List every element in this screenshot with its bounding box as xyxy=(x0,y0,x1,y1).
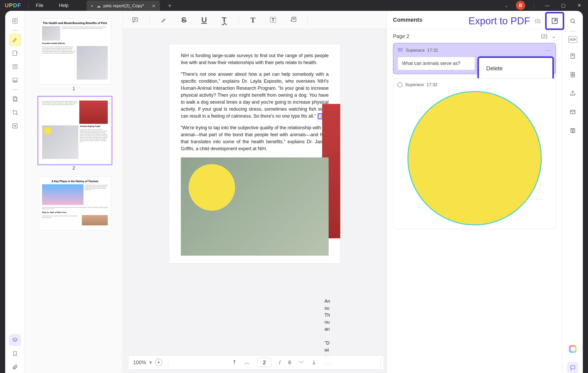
maximize-button[interactable]: ▢ xyxy=(559,3,567,8)
export-button-highlight[interactable] xyxy=(545,12,564,30)
svg-rect-13 xyxy=(133,18,138,21)
chevron-down-icon[interactable]: ⌄ xyxy=(552,33,556,39)
comment-more-icon[interactable]: ⋯ xyxy=(546,47,551,54)
reader-mode-icon[interactable] xyxy=(9,15,21,27)
cloud-icon: ☁ xyxy=(97,4,101,9)
left-tool-rail xyxy=(5,11,25,373)
menu-file[interactable]: File xyxy=(36,3,43,8)
thumb-label: 2 xyxy=(39,165,109,171)
menu-help[interactable]: Help xyxy=(59,3,68,8)
svg-rect-28 xyxy=(572,74,574,76)
page-image xyxy=(181,157,329,256)
paragraph: “We're trying to tap into the subjective… xyxy=(181,124,329,152)
comment-card[interactable]: Superace 17:31 ⋯ What can animals serve … xyxy=(393,43,556,74)
tab-chevron-icon[interactable]: ▾ xyxy=(91,4,93,8)
attachment-icon[interactable] xyxy=(9,361,21,373)
page-input[interactable] xyxy=(257,358,271,367)
annotation-shape-circle[interactable] xyxy=(189,164,235,211)
comment-author: Superace xyxy=(406,48,425,53)
divider xyxy=(380,359,381,366)
bookmark-icon[interactable] xyxy=(9,348,21,360)
delete-menu-item[interactable]: Delete xyxy=(477,56,554,81)
divider xyxy=(12,89,18,90)
divider xyxy=(28,2,29,9)
thumbnail-page-2[interactable]: Lorem ipsum dolor sit amet consectetur a… xyxy=(39,97,111,164)
export-callout: Export to PDF(2) xyxy=(468,12,564,30)
redact-icon[interactable] xyxy=(9,120,21,132)
layers-icon[interactable] xyxy=(9,334,21,346)
chat-icon[interactable] xyxy=(567,362,578,373)
user-avatar[interactable]: B xyxy=(516,1,525,10)
app-logo: UPDF xyxy=(5,2,21,9)
comments-page-label[interactable]: Page 2 xyxy=(393,33,409,39)
zoom-in-icon[interactable]: + xyxy=(155,359,162,366)
squiggly-icon[interactable]: T xyxy=(220,16,229,24)
search-icon[interactable] xyxy=(567,16,578,26)
divider xyxy=(168,359,168,366)
new-tab-button[interactable]: ＋ xyxy=(167,1,173,10)
svg-rect-27 xyxy=(571,72,575,77)
thumb-label: 1 xyxy=(39,86,109,92)
text-tool-icon[interactable]: T xyxy=(249,16,257,24)
page-thumbnails: The Health and Mood-Boosting Benefits of… xyxy=(25,11,123,373)
divider xyxy=(12,30,18,31)
strikethrough-icon[interactable]: S xyxy=(180,16,188,24)
thumb-title: The Health and Mood-Boosting Benefits of… xyxy=(42,21,108,25)
paragraph: “There's not one answer about how a pet … xyxy=(181,71,329,120)
ocr-icon[interactable]: OCR xyxy=(568,36,577,43)
edit-text-icon[interactable] xyxy=(9,47,21,59)
highlighter-icon[interactable] xyxy=(9,34,21,46)
ai-icon[interactable] xyxy=(567,344,578,354)
callout-tool-icon[interactable] xyxy=(289,16,298,24)
organize-pages-icon[interactable] xyxy=(9,61,21,73)
divider xyxy=(570,31,576,32)
protect-icon[interactable] xyxy=(567,69,578,80)
underline-icon[interactable]: U xyxy=(200,16,208,24)
thumb-subtitle: Why to Take a Plant Tour xyxy=(42,211,108,214)
comment-text[interactable]: What can animals serve as? xyxy=(398,57,475,70)
svg-rect-9 xyxy=(14,81,16,82)
textbox-tool-icon[interactable]: T xyxy=(269,16,277,24)
first-page-icon[interactable]: ⤒ xyxy=(232,359,237,366)
page-nav-bar: 100% ▾ + ⤒ ︿ / 6 ﹀ ⤓ xyxy=(128,355,384,369)
minimize-button[interactable]: — xyxy=(543,3,551,8)
tabs-dropdown-icon[interactable]: ⌄ xyxy=(505,3,508,8)
next-page-icon[interactable]: ﹀ xyxy=(299,359,304,366)
divider xyxy=(307,16,308,24)
comment-tool-icon[interactable] xyxy=(131,16,140,24)
highlight-tool-icon[interactable] xyxy=(159,16,168,24)
form-icon[interactable] xyxy=(9,74,21,86)
zoom-value[interactable]: 100% xyxy=(133,360,146,366)
shape-icon xyxy=(397,82,403,87)
comment-time: 17:31 xyxy=(427,48,438,53)
note-icon xyxy=(398,48,403,53)
crop-icon[interactable] xyxy=(9,106,21,118)
thumb-subtitle: Possible Health Effects xyxy=(42,42,108,44)
copy-pages-icon[interactable] xyxy=(9,93,21,105)
comment-time: 17:32 xyxy=(427,82,438,87)
close-window-button[interactable]: ✕ xyxy=(575,3,583,8)
thumb-subtitle: Animals Helping People xyxy=(80,125,108,127)
comment-author: Superace xyxy=(405,82,424,87)
page-separator: / xyxy=(279,360,281,366)
prev-page-icon[interactable]: ︿ xyxy=(244,359,250,366)
save-icon[interactable] xyxy=(567,125,578,136)
convert-icon[interactable] xyxy=(567,51,578,62)
svg-rect-5 xyxy=(13,65,17,69)
thumbnail-page-1[interactable]: The Health and Mood-Boosting Benefits of… xyxy=(39,18,111,85)
document-tab[interactable]: ▾ ☁ pets report(2)_Copy* ✕ xyxy=(87,1,160,11)
thumbnail-page-3[interactable]: A Key Phase in the History of Tourism Lo… xyxy=(39,177,111,230)
svg-text:T: T xyxy=(272,17,274,22)
zoom-dropdown-icon[interactable]: ▾ xyxy=(149,359,152,366)
document-viewport[interactable]: AnsuThnuan"Dwilovres NIH is funding larg… xyxy=(123,29,386,373)
share-icon[interactable] xyxy=(567,88,578,99)
divider xyxy=(534,2,534,9)
close-icon[interactable]: ✕ xyxy=(152,4,155,9)
last-page-icon[interactable]: ⤓ xyxy=(312,359,316,366)
email-icon[interactable] xyxy=(567,106,578,117)
divider xyxy=(149,16,150,24)
page-total: 6 xyxy=(288,360,291,366)
comments-panel: Export to PDF(2) Comments Page 2 (2) ⌄ S… xyxy=(386,11,562,373)
svg-rect-4 xyxy=(13,51,17,56)
comment-card[interactable]: Superace 17:32 xyxy=(393,78,556,229)
